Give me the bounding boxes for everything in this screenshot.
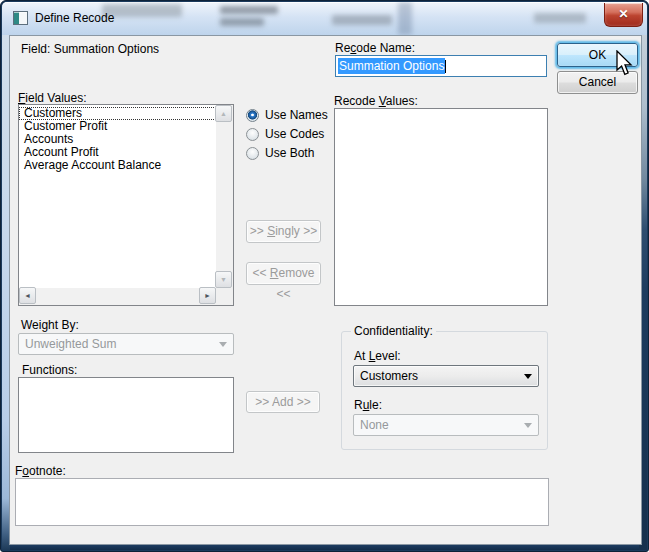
horizontal-scrollbar[interactable]: ◄ ► bbox=[19, 288, 216, 305]
scroll-down-icon[interactable]: ▼ bbox=[215, 271, 232, 288]
field-values-items: Customers Customer Profit Accounts Accou… bbox=[19, 105, 216, 288]
vertical-scrollbar[interactable]: ▲ ▼ bbox=[216, 105, 233, 288]
text-caret bbox=[445, 60, 446, 73]
radio-icon bbox=[246, 147, 259, 160]
remove-button: << Remove << bbox=[246, 262, 321, 285]
chevron-down-icon bbox=[524, 374, 532, 379]
radio-use-names[interactable]: Use Names bbox=[246, 108, 328, 122]
window-title: Define Recode bbox=[35, 11, 114, 25]
selected-text: Summation Options bbox=[338, 58, 445, 74]
rule-label: Rule: bbox=[354, 398, 382, 412]
functions-listbox[interactable] bbox=[18, 377, 234, 453]
add-button: >> Add >> bbox=[246, 391, 320, 413]
cancel-button[interactable]: Cancel bbox=[557, 71, 638, 94]
at-level-dropdown[interactable]: Customers bbox=[353, 365, 539, 387]
radio-icon bbox=[246, 128, 259, 141]
footnote-label: Footnote: bbox=[15, 464, 66, 478]
chevron-down-icon bbox=[219, 342, 227, 347]
radio-icon bbox=[246, 109, 259, 122]
chevron-down-icon bbox=[524, 423, 532, 428]
weight-by-label: Weight By: bbox=[21, 318, 79, 332]
recode-values-label: Recode Values: bbox=[334, 94, 418, 108]
scrollbar-corner bbox=[216, 288, 233, 305]
background-artifact bbox=[220, 6, 278, 14]
background-artifact bbox=[332, 15, 392, 25]
scroll-right-icon[interactable]: ► bbox=[199, 287, 216, 304]
close-icon: ✕ bbox=[618, 7, 628, 21]
field-values-listbox[interactable]: Customers Customer Profit Accounts Accou… bbox=[18, 104, 234, 306]
list-item[interactable]: Average Account Balance bbox=[19, 159, 216, 172]
recode-values-listbox[interactable] bbox=[334, 108, 548, 306]
at-level-label: At Level: bbox=[354, 349, 401, 363]
dialog-content: Field: Summation Options Recode Name: Su… bbox=[9, 35, 642, 545]
weight-by-dropdown: Unweighted Sum bbox=[18, 333, 234, 355]
close-button[interactable]: ✕ bbox=[604, 3, 643, 27]
scroll-left-icon[interactable]: ◄ bbox=[19, 287, 36, 304]
titlebar[interactable]: Define Recode ✕ bbox=[2, 2, 647, 35]
screen: Define Recode ✕ Field: Summation Options… bbox=[0, 0, 649, 552]
radio-use-codes[interactable]: Use Codes bbox=[246, 127, 324, 141]
background-artifact bbox=[220, 18, 264, 26]
background-artifact bbox=[398, 2, 412, 35]
functions-label: Functions: bbox=[22, 363, 77, 377]
ok-button[interactable]: OK bbox=[557, 43, 638, 67]
confidentiality-group: Confidentiality: At Level: Customers Rul… bbox=[341, 331, 548, 450]
recode-name-label: Recode Name: bbox=[335, 41, 415, 55]
singly-button: >> Singly >> bbox=[246, 220, 321, 243]
radio-use-both[interactable]: Use Both bbox=[246, 146, 314, 160]
field-values-label: Field Values: bbox=[18, 91, 87, 105]
rule-dropdown: None bbox=[353, 414, 539, 436]
confidentiality-label: Confidentiality: bbox=[351, 324, 436, 338]
background-artifact bbox=[534, 13, 586, 23]
field-info-label: Field: Summation Options bbox=[21, 42, 159, 56]
scroll-up-icon[interactable]: ▲ bbox=[215, 105, 232, 122]
recode-name-input[interactable]: Summation Options bbox=[335, 55, 547, 77]
define-recode-dialog: Define Recode ✕ Field: Summation Options… bbox=[0, 0, 649, 552]
app-icon bbox=[13, 11, 28, 25]
footnote-input[interactable] bbox=[15, 478, 549, 526]
